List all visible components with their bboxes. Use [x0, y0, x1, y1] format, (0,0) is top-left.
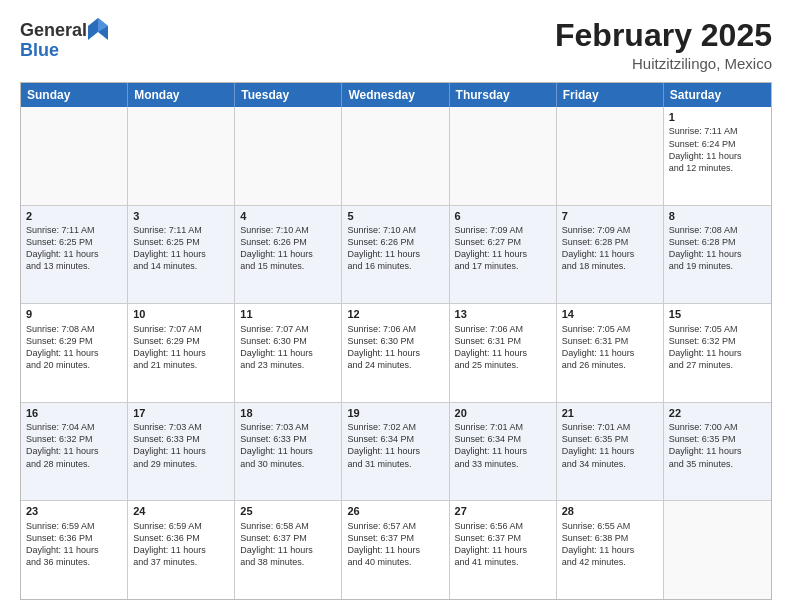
calendar-row-3: 16Sunrise: 7:04 AM Sunset: 6:32 PM Dayli… [21, 402, 771, 501]
day-cell-22: 22Sunrise: 7:00 AM Sunset: 6:35 PM Dayli… [664, 403, 771, 501]
day-number: 28 [562, 504, 658, 518]
day-number: 4 [240, 209, 336, 223]
day-cell-28: 28Sunrise: 6:55 AM Sunset: 6:38 PM Dayli… [557, 501, 664, 599]
cell-info: Sunrise: 7:03 AM Sunset: 6:33 PM Dayligh… [133, 421, 229, 470]
cell-info: Sunrise: 7:08 AM Sunset: 6:29 PM Dayligh… [26, 323, 122, 372]
empty-cell [450, 107, 557, 205]
header-day-wednesday: Wednesday [342, 83, 449, 107]
header-day-saturday: Saturday [664, 83, 771, 107]
day-number: 19 [347, 406, 443, 420]
day-cell-15: 15Sunrise: 7:05 AM Sunset: 6:32 PM Dayli… [664, 304, 771, 402]
day-cell-4: 4Sunrise: 7:10 AM Sunset: 6:26 PM Daylig… [235, 206, 342, 304]
cell-info: Sunrise: 7:10 AM Sunset: 6:26 PM Dayligh… [240, 224, 336, 273]
cell-info: Sunrise: 6:55 AM Sunset: 6:38 PM Dayligh… [562, 520, 658, 569]
day-number: 15 [669, 307, 766, 321]
day-number: 13 [455, 307, 551, 321]
cell-info: Sunrise: 7:08 AM Sunset: 6:28 PM Dayligh… [669, 224, 766, 273]
day-cell-19: 19Sunrise: 7:02 AM Sunset: 6:34 PM Dayli… [342, 403, 449, 501]
cell-info: Sunrise: 6:59 AM Sunset: 6:36 PM Dayligh… [133, 520, 229, 569]
cell-info: Sunrise: 7:11 AM Sunset: 6:25 PM Dayligh… [133, 224, 229, 273]
day-cell-1: 1Sunrise: 7:11 AM Sunset: 6:24 PM Daylig… [664, 107, 771, 205]
header: General Blue February 2025 Huitzitziling… [20, 18, 772, 72]
cell-info: Sunrise: 7:09 AM Sunset: 6:28 PM Dayligh… [562, 224, 658, 273]
logo-blue: Blue [20, 40, 108, 61]
header-day-thursday: Thursday [450, 83, 557, 107]
day-cell-5: 5Sunrise: 7:10 AM Sunset: 6:26 PM Daylig… [342, 206, 449, 304]
cell-info: Sunrise: 7:01 AM Sunset: 6:34 PM Dayligh… [455, 421, 551, 470]
day-cell-8: 8Sunrise: 7:08 AM Sunset: 6:28 PM Daylig… [664, 206, 771, 304]
day-cell-14: 14Sunrise: 7:05 AM Sunset: 6:31 PM Dayli… [557, 304, 664, 402]
cell-info: Sunrise: 7:09 AM Sunset: 6:27 PM Dayligh… [455, 224, 551, 273]
day-cell-25: 25Sunrise: 6:58 AM Sunset: 6:37 PM Dayli… [235, 501, 342, 599]
day-number: 20 [455, 406, 551, 420]
calendar-row-2: 9Sunrise: 7:08 AM Sunset: 6:29 PM Daylig… [21, 303, 771, 402]
day-number: 5 [347, 209, 443, 223]
day-number: 14 [562, 307, 658, 321]
cell-info: Sunrise: 7:11 AM Sunset: 6:25 PM Dayligh… [26, 224, 122, 273]
day-number: 2 [26, 209, 122, 223]
day-cell-3: 3Sunrise: 7:11 AM Sunset: 6:25 PM Daylig… [128, 206, 235, 304]
logo-icon [88, 18, 108, 40]
day-number: 9 [26, 307, 122, 321]
cell-info: Sunrise: 6:56 AM Sunset: 6:37 PM Dayligh… [455, 520, 551, 569]
empty-cell [342, 107, 449, 205]
empty-cell [128, 107, 235, 205]
day-cell-20: 20Sunrise: 7:01 AM Sunset: 6:34 PM Dayli… [450, 403, 557, 501]
day-cell-13: 13Sunrise: 7:06 AM Sunset: 6:31 PM Dayli… [450, 304, 557, 402]
day-number: 17 [133, 406, 229, 420]
day-number: 26 [347, 504, 443, 518]
day-cell-16: 16Sunrise: 7:04 AM Sunset: 6:32 PM Dayli… [21, 403, 128, 501]
cell-info: Sunrise: 7:06 AM Sunset: 6:30 PM Dayligh… [347, 323, 443, 372]
day-cell-18: 18Sunrise: 7:03 AM Sunset: 6:33 PM Dayli… [235, 403, 342, 501]
calendar-header: SundayMondayTuesdayWednesdayThursdayFrid… [21, 83, 771, 107]
cell-info: Sunrise: 7:04 AM Sunset: 6:32 PM Dayligh… [26, 421, 122, 470]
day-number: 10 [133, 307, 229, 321]
day-number: 27 [455, 504, 551, 518]
day-cell-11: 11Sunrise: 7:07 AM Sunset: 6:30 PM Dayli… [235, 304, 342, 402]
day-number: 7 [562, 209, 658, 223]
cell-info: Sunrise: 7:03 AM Sunset: 6:33 PM Dayligh… [240, 421, 336, 470]
cell-info: Sunrise: 7:05 AM Sunset: 6:31 PM Dayligh… [562, 323, 658, 372]
cell-info: Sunrise: 7:06 AM Sunset: 6:31 PM Dayligh… [455, 323, 551, 372]
cell-info: Sunrise: 7:01 AM Sunset: 6:35 PM Dayligh… [562, 421, 658, 470]
calendar-row-1: 2Sunrise: 7:11 AM Sunset: 6:25 PM Daylig… [21, 205, 771, 304]
day-number: 24 [133, 504, 229, 518]
cell-info: Sunrise: 6:57 AM Sunset: 6:37 PM Dayligh… [347, 520, 443, 569]
cell-info: Sunrise: 6:59 AM Sunset: 6:36 PM Dayligh… [26, 520, 122, 569]
header-day-tuesday: Tuesday [235, 83, 342, 107]
day-number: 1 [669, 110, 766, 124]
day-number: 3 [133, 209, 229, 223]
calendar-body: 1Sunrise: 7:11 AM Sunset: 6:24 PM Daylig… [21, 107, 771, 599]
day-cell-7: 7Sunrise: 7:09 AM Sunset: 6:28 PM Daylig… [557, 206, 664, 304]
location: Huitzitzilingo, Mexico [555, 55, 772, 72]
day-number: 22 [669, 406, 766, 420]
day-number: 8 [669, 209, 766, 223]
day-cell-27: 27Sunrise: 6:56 AM Sunset: 6:37 PM Dayli… [450, 501, 557, 599]
cell-info: Sunrise: 7:07 AM Sunset: 6:30 PM Dayligh… [240, 323, 336, 372]
page: General Blue February 2025 Huitzitziling… [0, 0, 792, 612]
calendar-row-4: 23Sunrise: 6:59 AM Sunset: 6:36 PM Dayli… [21, 500, 771, 599]
header-day-monday: Monday [128, 83, 235, 107]
month-title: February 2025 [555, 18, 772, 53]
day-cell-17: 17Sunrise: 7:03 AM Sunset: 6:33 PM Dayli… [128, 403, 235, 501]
day-cell-26: 26Sunrise: 6:57 AM Sunset: 6:37 PM Dayli… [342, 501, 449, 599]
cell-info: Sunrise: 7:00 AM Sunset: 6:35 PM Dayligh… [669, 421, 766, 470]
day-cell-10: 10Sunrise: 7:07 AM Sunset: 6:29 PM Dayli… [128, 304, 235, 402]
cell-info: Sunrise: 7:10 AM Sunset: 6:26 PM Dayligh… [347, 224, 443, 273]
header-day-friday: Friday [557, 83, 664, 107]
day-cell-24: 24Sunrise: 6:59 AM Sunset: 6:36 PM Dayli… [128, 501, 235, 599]
empty-cell [557, 107, 664, 205]
cell-info: Sunrise: 7:07 AM Sunset: 6:29 PM Dayligh… [133, 323, 229, 372]
day-cell-6: 6Sunrise: 7:09 AM Sunset: 6:27 PM Daylig… [450, 206, 557, 304]
empty-cell [664, 501, 771, 599]
title-block: February 2025 Huitzitzilingo, Mexico [555, 18, 772, 72]
day-number: 6 [455, 209, 551, 223]
day-cell-23: 23Sunrise: 6:59 AM Sunset: 6:36 PM Dayli… [21, 501, 128, 599]
empty-cell [235, 107, 342, 205]
day-number: 18 [240, 406, 336, 420]
empty-cell [21, 107, 128, 205]
logo: General Blue [20, 18, 108, 61]
cell-info: Sunrise: 7:02 AM Sunset: 6:34 PM Dayligh… [347, 421, 443, 470]
cell-info: Sunrise: 7:05 AM Sunset: 6:32 PM Dayligh… [669, 323, 766, 372]
day-number: 25 [240, 504, 336, 518]
